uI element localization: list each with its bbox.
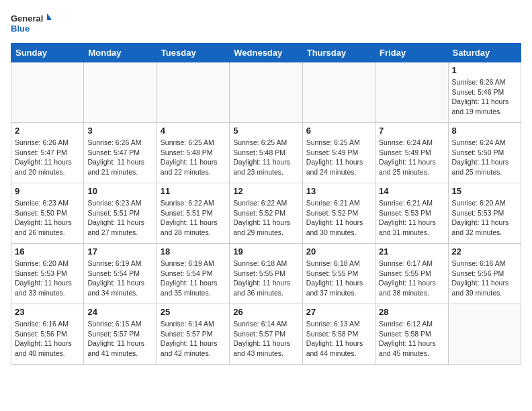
day-cell bbox=[84, 62, 157, 123]
day-info: Sunrise: 6:18 AM Sunset: 5:55 PM Dayligh… bbox=[233, 259, 298, 298]
week-row-3: 9Sunrise: 6:23 AM Sunset: 5:50 PM Daylig… bbox=[11, 183, 521, 244]
day-info: Sunrise: 6:16 AM Sunset: 5:56 PM Dayligh… bbox=[452, 259, 517, 298]
day-info: Sunrise: 6:18 AM Sunset: 5:55 PM Dayligh… bbox=[306, 259, 371, 298]
day-number: 9 bbox=[15, 186, 80, 196]
day-number: 7 bbox=[379, 126, 444, 136]
day-number: 4 bbox=[161, 126, 226, 136]
day-cell: 21Sunrise: 6:17 AM Sunset: 5:55 PM Dayli… bbox=[375, 244, 448, 304]
day-cell bbox=[448, 304, 521, 365]
week-row-4: 16Sunrise: 6:20 AM Sunset: 5:53 PM Dayli… bbox=[11, 244, 521, 304]
day-info: Sunrise: 6:23 AM Sunset: 5:50 PM Dayligh… bbox=[15, 198, 80, 238]
day-cell: 23Sunrise: 6:16 AM Sunset: 5:56 PM Dayli… bbox=[11, 304, 84, 365]
day-info: Sunrise: 6:19 AM Sunset: 5:54 PM Dayligh… bbox=[87, 259, 152, 298]
day-info: Sunrise: 6:25 AM Sunset: 5:48 PM Dayligh… bbox=[161, 138, 226, 177]
day-number: 25 bbox=[161, 307, 226, 317]
day-info: Sunrise: 6:19 AM Sunset: 5:54 PM Dayligh… bbox=[161, 259, 226, 298]
day-number: 16 bbox=[15, 246, 80, 257]
column-header-wednesday: Wednesday bbox=[230, 44, 302, 62]
day-cell: 4Sunrise: 6:25 AM Sunset: 5:48 PM Daylig… bbox=[157, 123, 229, 183]
day-cell: 26Sunrise: 6:14 AM Sunset: 5:57 PM Dayli… bbox=[230, 304, 302, 365]
day-info: Sunrise: 6:25 AM Sunset: 5:48 PM Dayligh… bbox=[233, 138, 298, 177]
day-number: 19 bbox=[233, 246, 298, 257]
day-info: Sunrise: 6:21 AM Sunset: 5:52 PM Dayligh… bbox=[306, 198, 371, 238]
day-cell bbox=[302, 62, 375, 123]
svg-text:Blue: Blue bbox=[11, 24, 30, 34]
column-header-monday: Monday bbox=[84, 44, 157, 62]
day-cell: 28Sunrise: 6:12 AM Sunset: 5:58 PM Dayli… bbox=[375, 304, 448, 365]
day-info: Sunrise: 6:20 AM Sunset: 5:53 PM Dayligh… bbox=[15, 259, 80, 298]
day-number: 22 bbox=[452, 246, 517, 257]
svg-marker-2 bbox=[47, 13, 51, 20]
day-cell: 7Sunrise: 6:24 AM Sunset: 5:49 PM Daylig… bbox=[375, 123, 448, 183]
day-number: 28 bbox=[379, 307, 444, 317]
day-cell: 12Sunrise: 6:22 AM Sunset: 5:52 PM Dayli… bbox=[230, 183, 302, 244]
day-info: Sunrise: 6:12 AM Sunset: 5:58 PM Dayligh… bbox=[379, 319, 444, 359]
day-number: 17 bbox=[87, 246, 152, 257]
day-info: Sunrise: 6:22 AM Sunset: 5:51 PM Dayligh… bbox=[161, 198, 226, 238]
day-info: Sunrise: 6:14 AM Sunset: 5:57 PM Dayligh… bbox=[233, 319, 298, 359]
day-info: Sunrise: 6:15 AM Sunset: 5:57 PM Dayligh… bbox=[87, 319, 152, 359]
day-cell: 1Sunrise: 6:26 AM Sunset: 5:46 PM Daylig… bbox=[448, 62, 521, 123]
day-number: 10 bbox=[87, 186, 152, 196]
week-row-1: 1Sunrise: 6:26 AM Sunset: 5:46 PM Daylig… bbox=[11, 62, 521, 123]
day-info: Sunrise: 6:21 AM Sunset: 5:53 PM Dayligh… bbox=[379, 198, 444, 238]
day-cell: 6Sunrise: 6:25 AM Sunset: 5:49 PM Daylig… bbox=[302, 123, 375, 183]
day-number: 14 bbox=[379, 186, 444, 196]
calendar-header-row: SundayMondayTuesdayWednesdayThursdayFrid… bbox=[11, 44, 521, 62]
column-header-tuesday: Tuesday bbox=[157, 44, 229, 62]
column-header-sunday: Sunday bbox=[11, 44, 84, 62]
day-number: 18 bbox=[161, 246, 226, 257]
day-cell: 25Sunrise: 6:14 AM Sunset: 5:57 PM Dayli… bbox=[157, 304, 229, 365]
day-cell: 22Sunrise: 6:16 AM Sunset: 5:56 PM Dayli… bbox=[448, 244, 521, 304]
day-number: 11 bbox=[161, 186, 226, 196]
day-number: 26 bbox=[233, 307, 298, 317]
day-info: Sunrise: 6:24 AM Sunset: 5:49 PM Dayligh… bbox=[379, 138, 444, 177]
day-number: 3 bbox=[87, 126, 152, 136]
day-number: 24 bbox=[87, 307, 152, 317]
day-cell: 10Sunrise: 6:23 AM Sunset: 5:51 PM Dayli… bbox=[84, 183, 157, 244]
day-cell bbox=[11, 62, 84, 123]
column-header-friday: Friday bbox=[375, 44, 448, 62]
day-cell bbox=[230, 62, 302, 123]
day-number: 8 bbox=[452, 126, 517, 136]
logo: General Blue bbox=[11, 11, 51, 38]
day-info: Sunrise: 6:13 AM Sunset: 5:58 PM Dayligh… bbox=[306, 319, 371, 359]
day-cell: 16Sunrise: 6:20 AM Sunset: 5:53 PM Dayli… bbox=[11, 244, 84, 304]
day-info: Sunrise: 6:14 AM Sunset: 5:57 PM Dayligh… bbox=[161, 319, 226, 359]
day-info: Sunrise: 6:25 AM Sunset: 5:49 PM Dayligh… bbox=[306, 138, 371, 177]
day-cell: 2Sunrise: 6:26 AM Sunset: 5:47 PM Daylig… bbox=[11, 123, 84, 183]
day-cell: 11Sunrise: 6:22 AM Sunset: 5:51 PM Dayli… bbox=[157, 183, 229, 244]
day-cell: 14Sunrise: 6:21 AM Sunset: 5:53 PM Dayli… bbox=[375, 183, 448, 244]
day-number: 27 bbox=[306, 307, 371, 317]
day-cell: 18Sunrise: 6:19 AM Sunset: 5:54 PM Dayli… bbox=[157, 244, 229, 304]
day-cell: 8Sunrise: 6:24 AM Sunset: 5:50 PM Daylig… bbox=[448, 123, 521, 183]
day-info: Sunrise: 6:26 AM Sunset: 5:47 PM Dayligh… bbox=[15, 138, 80, 177]
day-number: 12 bbox=[233, 186, 298, 196]
day-number: 1 bbox=[452, 65, 517, 75]
day-cell: 5Sunrise: 6:25 AM Sunset: 5:48 PM Daylig… bbox=[230, 123, 302, 183]
day-cell: 19Sunrise: 6:18 AM Sunset: 5:55 PM Dayli… bbox=[230, 244, 302, 304]
calendar: SundayMondayTuesdayWednesdayThursdayFrid… bbox=[11, 43, 521, 365]
day-number: 21 bbox=[379, 246, 444, 257]
day-number: 23 bbox=[15, 307, 80, 317]
logo-svg: General Blue bbox=[11, 11, 51, 38]
day-cell bbox=[375, 62, 448, 123]
day-number: 5 bbox=[233, 126, 298, 136]
column-header-thursday: Thursday bbox=[302, 44, 375, 62]
day-info: Sunrise: 6:16 AM Sunset: 5:56 PM Dayligh… bbox=[15, 319, 80, 359]
day-number: 13 bbox=[306, 186, 371, 196]
day-info: Sunrise: 6:17 AM Sunset: 5:55 PM Dayligh… bbox=[379, 259, 444, 298]
column-header-saturday: Saturday bbox=[448, 44, 521, 62]
day-cell: 17Sunrise: 6:19 AM Sunset: 5:54 PM Dayli… bbox=[84, 244, 157, 304]
day-number: 6 bbox=[306, 126, 371, 136]
day-cell: 24Sunrise: 6:15 AM Sunset: 5:57 PM Dayli… bbox=[84, 304, 157, 365]
day-info: Sunrise: 6:26 AM Sunset: 5:47 PM Dayligh… bbox=[87, 138, 152, 177]
day-info: Sunrise: 6:20 AM Sunset: 5:53 PM Dayligh… bbox=[452, 198, 517, 238]
day-cell bbox=[157, 62, 229, 123]
week-row-2: 2Sunrise: 6:26 AM Sunset: 5:47 PM Daylig… bbox=[11, 123, 521, 183]
day-number: 2 bbox=[15, 126, 80, 136]
svg-text:General: General bbox=[11, 13, 43, 24]
day-cell: 15Sunrise: 6:20 AM Sunset: 5:53 PM Dayli… bbox=[448, 183, 521, 244]
day-cell: 20Sunrise: 6:18 AM Sunset: 5:55 PM Dayli… bbox=[302, 244, 375, 304]
day-info: Sunrise: 6:23 AM Sunset: 5:51 PM Dayligh… bbox=[87, 198, 152, 238]
